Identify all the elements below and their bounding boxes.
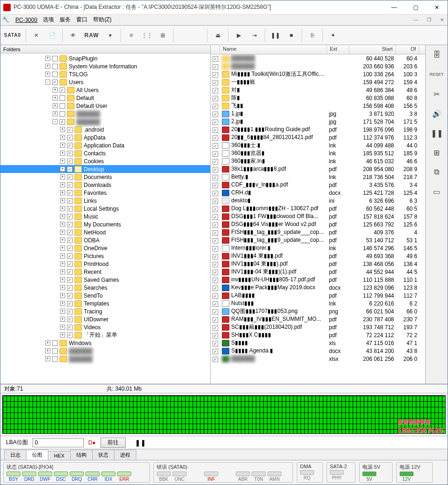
checkbox[interactable] bbox=[213, 167, 218, 173]
tree-row[interactable]: +██████ bbox=[0, 355, 210, 363]
file-row[interactable]: 360▮▮▮览器▮lnk185 935 512185 9 bbox=[211, 149, 425, 157]
checkbox[interactable] bbox=[67, 198, 73, 204]
checkbox[interactable] bbox=[67, 190, 73, 196]
chip-icon[interactable]: ⊞ bbox=[430, 146, 444, 159]
mdi-minimize-button[interactable]: — bbox=[412, 16, 420, 24]
tree-row[interactable]: +AppData bbox=[0, 133, 210, 141]
checkbox[interactable] bbox=[67, 325, 73, 330]
copy-icon[interactable]: ⎘ bbox=[305, 28, 320, 43]
expander-icon[interactable]: + bbox=[60, 143, 65, 148]
menu-options[interactable]: 选项 bbox=[43, 16, 54, 24]
expander-icon[interactable]: + bbox=[53, 111, 58, 116]
tree-row[interactable]: +Searches bbox=[0, 284, 210, 292]
tree-row[interactable]: +NetHood bbox=[0, 228, 210, 236]
file-row[interactable]: Betty.▮lnk218 736 504218 7 bbox=[211, 173, 425, 181]
expander-icon[interactable]: + bbox=[60, 269, 65, 274]
checkbox[interactable] bbox=[67, 159, 73, 164]
tree-row[interactable]: +System Volume Information bbox=[0, 62, 210, 70]
menu-help[interactable]: 帮助(Z) bbox=[93, 16, 111, 24]
tree-row[interactable]: +Application Data bbox=[0, 141, 210, 149]
file-row[interactable]: RAM▮▮▮_IV▮▮▮EN_SUMMIT_MO...pdf230 787 40… bbox=[211, 315, 425, 323]
tree-row[interactable]: +My Documents bbox=[0, 220, 210, 228]
tab-struct[interactable]: 结构 bbox=[70, 450, 93, 460]
checkbox[interactable] bbox=[67, 151, 73, 156]
expander-icon[interactable]: + bbox=[60, 261, 65, 266]
group-icon[interactable]: ⊞ bbox=[155, 28, 170, 43]
file-row[interactable]: 360▮▮▮士.▮lnk44 099 48844 0 bbox=[211, 141, 425, 149]
file-row[interactable]: 对▮49 686 38449 6 bbox=[211, 86, 425, 94]
checkbox[interactable] bbox=[67, 246, 73, 251]
checkbox[interactable] bbox=[213, 56, 218, 62]
expander-icon[interactable]: + bbox=[45, 72, 50, 77]
checkbox[interactable] bbox=[213, 357, 218, 362]
checkbox[interactable] bbox=[213, 199, 218, 204]
menu-pc3000[interactable]: PC-3000 bbox=[15, 17, 37, 23]
maximize-button[interactable]: ▢ bbox=[405, 0, 426, 14]
raw-button[interactable]: RAW bbox=[81, 28, 102, 43]
checkbox[interactable] bbox=[60, 95, 65, 101]
checkbox[interactable] bbox=[60, 87, 65, 93]
tree-row[interactable]: +Templates bbox=[0, 299, 210, 307]
checkbox[interactable] bbox=[213, 254, 218, 259]
expander-icon[interactable]: + bbox=[60, 277, 65, 282]
expander-icon[interactable]: + bbox=[60, 325, 65, 330]
expander-icon[interactable]: + bbox=[53, 87, 58, 93]
checkbox[interactable] bbox=[67, 261, 73, 267]
tree-row[interactable]: +██████ bbox=[0, 110, 210, 118]
checkbox[interactable] bbox=[213, 325, 218, 331]
col-offset[interactable]: Of bbox=[396, 45, 419, 54]
file-row[interactable]: Intern▮▮▮lorer.▮lnk146 574 296146 5 bbox=[211, 244, 425, 252]
file-row[interactable]: INV1▮▮▮4 東▮▮▮.pdfpdf49 693 36849 6 bbox=[211, 252, 425, 260]
checkbox[interactable] bbox=[67, 238, 73, 243]
tree-row[interactable]: -██████ bbox=[0, 118, 210, 126]
checkbox[interactable] bbox=[52, 348, 58, 354]
checkbox[interactable] bbox=[213, 293, 218, 299]
folder-tree[interactable]: +SnapPlugin+System Volume Information+TS… bbox=[0, 53, 210, 384]
minimize-button[interactable]: — bbox=[383, 0, 405, 14]
checkbox[interactable] bbox=[67, 293, 73, 299]
expander-icon[interactable]: + bbox=[60, 127, 65, 132]
expander-icon[interactable]: + bbox=[60, 238, 65, 243]
expander-icon[interactable]: - bbox=[45, 80, 50, 85]
mdi-close-button[interactable]: ✕ bbox=[438, 16, 446, 24]
filter-icon[interactable]: ▾ bbox=[103, 28, 118, 43]
checkbox[interactable] bbox=[67, 166, 73, 172]
scissors-icon[interactable]: ✂ bbox=[430, 87, 444, 101]
expander-icon[interactable]: + bbox=[60, 253, 65, 259]
file-row[interactable]: Kev▮▮▮e Pack▮▮▮May 2019.docxdocx123 829 … bbox=[211, 284, 425, 292]
file-row[interactable]: 2.jp▮jpg171 528 704171 5 bbox=[211, 118, 425, 126]
checkbox[interactable] bbox=[67, 269, 73, 275]
tree-row[interactable]: +Documents bbox=[0, 173, 210, 181]
checkbox[interactable] bbox=[67, 309, 73, 314]
checkbox[interactable] bbox=[213, 246, 218, 252]
checkbox[interactable] bbox=[213, 183, 218, 188]
lba-bitmap[interactable]: 盘首数据恢复 18913587620 bbox=[0, 393, 448, 436]
file-row[interactable]: SC▮▮▮戴▮▮▮(20180420).pdfpdf193 748 712193… bbox=[211, 323, 425, 331]
checkbox[interactable] bbox=[213, 349, 218, 354]
file-grid[interactable]: ██████60 440 52860 4██████203 660 936203… bbox=[211, 54, 425, 384]
checkbox[interactable] bbox=[213, 286, 218, 291]
file-row[interactable]: FISH▮▮▮_tag_▮▮▮9_update___cop...pdf409 3… bbox=[211, 228, 425, 236]
expander-icon[interactable]: + bbox=[60, 230, 65, 235]
lba-input[interactable] bbox=[33, 438, 84, 447]
menu-window[interactable]: 窗口 bbox=[76, 16, 87, 24]
checkbox[interactable] bbox=[213, 143, 218, 149]
expander-icon[interactable]: + bbox=[60, 206, 65, 211]
file-row[interactable]: ██████203 660 936203 6 bbox=[211, 62, 425, 70]
col-ext[interactable]: Ext bbox=[327, 45, 349, 54]
checkbox[interactable] bbox=[213, 120, 218, 125]
report-icon[interactable]: 📄 bbox=[45, 28, 60, 43]
checkbox[interactable] bbox=[213, 64, 218, 70]
file-row[interactable]: INV1▮▮▮-04 東▮▮▮)(1).pdfpdf44 552 94444 5 bbox=[211, 268, 425, 276]
file-row[interactable]: 38x1▮▮▮arca▮▮▮8.pdfpdf208 954 080208 9 bbox=[211, 165, 425, 173]
file-row[interactable]: LAB▮▮▮▮pdf112 799 944112 7 bbox=[211, 292, 425, 299]
expander-icon[interactable]: + bbox=[45, 348, 50, 353]
pause2-icon[interactable]: ❚❚ bbox=[430, 126, 444, 140]
tree-row[interactable]: +Favorites bbox=[0, 189, 210, 197]
checkbox[interactable] bbox=[52, 72, 58, 77]
file-row[interactable]: FISH▮▮▮_tag_▮▮▮9_update___cop...pdf53 14… bbox=[211, 236, 425, 244]
file-row[interactable]: Nutst▮▮▮lnk6 220 6166 2 bbox=[211, 299, 425, 307]
checkbox[interactable] bbox=[67, 285, 73, 291]
list-icon[interactable]: ⋮⋮ bbox=[140, 28, 154, 43]
checkbox[interactable] bbox=[67, 222, 73, 227]
